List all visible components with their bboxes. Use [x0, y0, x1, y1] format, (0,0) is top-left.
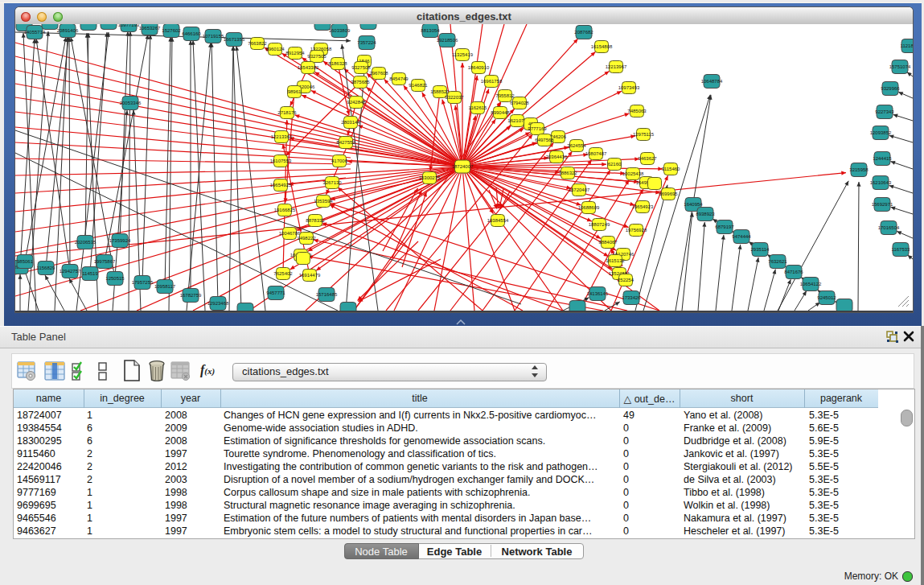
svg-text:1244415: 1244415 — [873, 156, 892, 161]
svg-text:1156829: 1156829 — [37, 266, 56, 270]
svg-text:9463627: 9463627 — [638, 156, 657, 161]
svg-text:9327508: 9327508 — [351, 65, 371, 70]
svg-text:7955812: 7955812 — [495, 93, 515, 98]
svg-text:7625402: 7625402 — [273, 271, 293, 276]
svg-text:16782759: 16782759 — [180, 293, 202, 298]
svg-text:8454749: 8454749 — [389, 76, 409, 81]
svg-text:6879197: 6879197 — [715, 225, 734, 229]
svg-text:2718176: 2718176 — [277, 110, 297, 115]
svg-text:15716485: 15716485 — [316, 292, 338, 297]
svg-text:19975867: 19975867 — [94, 259, 116, 264]
svg-text:417006: 417006 — [331, 159, 348, 163]
svg-text:9242848: 9242848 — [347, 100, 366, 105]
svg-text:19166825: 19166825 — [274, 208, 296, 212]
svg-text:7663822: 7663822 — [248, 41, 267, 46]
svg-text:17957255: 17957255 — [132, 280, 154, 285]
svg-text:8912954: 8912954 — [285, 51, 305, 56]
svg-text:10654122: 10654122 — [800, 282, 822, 286]
svg-text:2803144: 2803144 — [341, 120, 360, 125]
svg-text:1615132: 1615132 — [606, 258, 625, 263]
svg-text:98961: 98961 — [288, 89, 302, 94]
svg-text:1588520: 1588520 — [430, 89, 450, 94]
svg-text:16107553: 16107553 — [270, 159, 292, 163]
svg-text:15300275: 15300275 — [419, 175, 441, 180]
svg-text:16914479: 16914479 — [299, 273, 321, 278]
svg-text:1162615: 1162615 — [469, 105, 488, 110]
svg-text:19384554: 19384554 — [487, 218, 509, 223]
svg-text:7357224: 7357224 — [357, 40, 376, 45]
svg-text:15692971: 15692971 — [872, 202, 893, 207]
svg-text:1640954: 1640954 — [684, 202, 703, 207]
svg-text:252254: 252254 — [618, 278, 634, 282]
svg-text:12975115: 12975115 — [633, 132, 655, 137]
svg-text:20891406: 20891406 — [57, 28, 79, 33]
svg-text:16543382: 16543382 — [298, 65, 319, 70]
svg-text:9146821: 9146821 — [409, 83, 428, 88]
svg-text:10807487: 10807487 — [585, 151, 607, 156]
svg-text:16210643: 16210643 — [870, 180, 892, 185]
svg-text:10719155: 10719155 — [203, 34, 224, 39]
svg-text:17359924: 17359924 — [109, 238, 131, 243]
svg-text:10977193: 10977193 — [118, 24, 140, 27]
svg-text:15751074: 15751074 — [889, 64, 911, 69]
svg-text:10648784: 10648784 — [701, 79, 723, 84]
svg-text:16033809: 16033809 — [329, 28, 351, 33]
svg-text:1527602: 1527602 — [162, 28, 181, 33]
svg-text:9884067: 9884067 — [598, 240, 618, 245]
svg-text:11325419: 11325419 — [452, 52, 474, 57]
svg-text:6794028: 6794028 — [510, 101, 529, 105]
svg-text:114519: 114519 — [82, 271, 98, 276]
svg-text:15720407: 15720407 — [569, 187, 590, 192]
svg-text:8427552: 8427552 — [336, 140, 355, 145]
svg-text:8186328: 8186328 — [328, 61, 347, 66]
svg-text:12213967: 12213967 — [606, 64, 627, 69]
svg-text:20053346: 20053346 — [120, 101, 142, 105]
svg-text:6466160: 6466160 — [182, 31, 201, 36]
svg-text:1121850: 1121850 — [901, 43, 913, 48]
svg-text:1733426: 1733426 — [622, 295, 641, 300]
svg-text:19218506: 19218506 — [437, 38, 458, 43]
svg-text:9115460: 9115460 — [662, 167, 681, 171]
svg-text:17016504: 17016504 — [878, 225, 900, 230]
svg-text:2935114: 2935114 — [751, 247, 770, 252]
svg-text:10973493: 10973493 — [618, 85, 640, 90]
svg-text:3267130: 3267130 — [322, 180, 342, 185]
svg-text:8878332: 8878332 — [306, 218, 325, 223]
svg-text:12213369: 12213369 — [271, 134, 293, 139]
svg-text:1353594: 1353594 — [314, 199, 333, 204]
svg-text:20364436: 20364436 — [546, 154, 568, 159]
svg-text:1250515: 1250515 — [105, 276, 125, 281]
svg-text:9227343: 9227343 — [875, 109, 894, 114]
svg-text:8813054: 8813054 — [421, 28, 440, 33]
svg-text:14136141: 14136141 — [587, 291, 609, 296]
svg-text:9329966: 9329966 — [881, 86, 900, 91]
svg-text:10653267: 10653267 — [139, 26, 161, 31]
svg-text:9327505: 9327505 — [307, 54, 326, 59]
svg-text:8960124: 8960124 — [265, 47, 285, 51]
svg-text:20206535: 20206535 — [75, 240, 97, 245]
svg-text:12093852: 12093852 — [870, 130, 892, 135]
svg-text:18640910: 18640910 — [468, 65, 490, 70]
svg-text:3215958: 3215958 — [849, 167, 869, 172]
svg-text:6497568: 6497568 — [535, 138, 554, 142]
svg-text:14055714: 14055714 — [24, 30, 46, 35]
svg-text:2087682: 2087682 — [574, 30, 593, 35]
svg-text:8471676: 8471676 — [784, 270, 803, 274]
svg-text:9245012: 9245012 — [817, 295, 836, 300]
svg-text:8990448: 8990448 — [491, 110, 510, 115]
svg-text:3624554: 3624554 — [567, 143, 586, 148]
svg-text:10958117: 10958117 — [154, 284, 176, 289]
svg-text:19654925: 19654925 — [270, 183, 292, 187]
svg-text:9777169: 9777169 — [528, 126, 547, 131]
svg-text:18807249: 18807249 — [589, 222, 610, 227]
svg-text:8938923: 8938923 — [696, 212, 715, 216]
svg-text:9474444: 9474444 — [732, 234, 751, 239]
svg-text:7485063: 7485063 — [627, 109, 647, 113]
svg-text:985061: 985061 — [17, 259, 34, 264]
svg-text:10025438: 10025438 — [622, 171, 644, 176]
svg-text:19654923: 19654923 — [632, 204, 654, 209]
svg-text:6699695: 6699695 — [659, 192, 678, 196]
svg-text:7886322: 7886322 — [558, 171, 577, 175]
svg-text:1498222: 1498222 — [297, 236, 316, 241]
svg-text:1167533: 1167533 — [892, 247, 911, 252]
